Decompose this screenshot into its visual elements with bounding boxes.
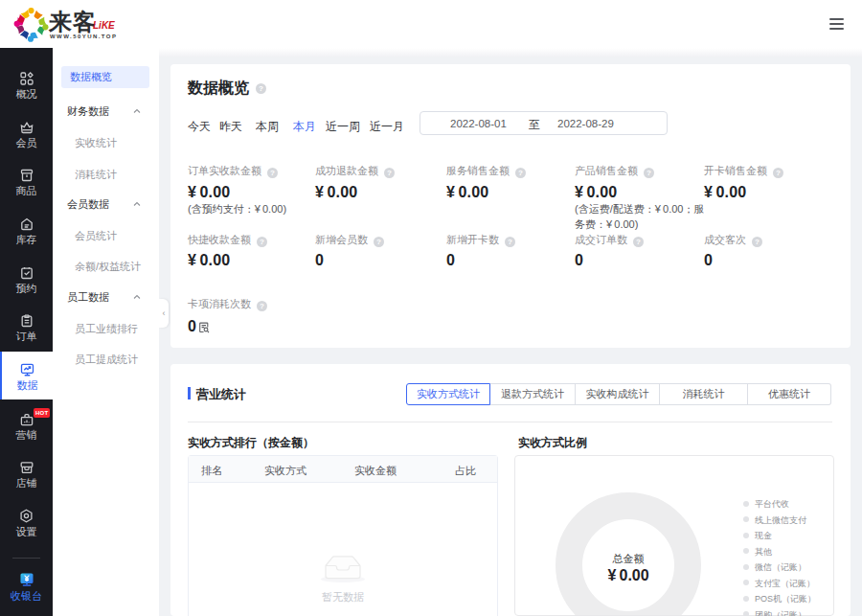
svg-text:来客: 来客 [48,9,97,34]
svg-text:WWW.50YUN.TOP: WWW.50YUN.TOP [50,34,117,39]
svg-text:LiKE: LiKE [93,20,115,31]
